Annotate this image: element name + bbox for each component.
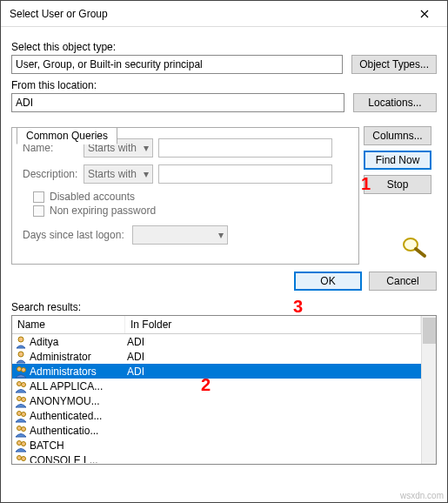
result-name: ALL APPLICA... xyxy=(30,380,125,392)
result-folder: ADI xyxy=(125,366,421,378)
cancel-button[interactable]: Cancel xyxy=(369,272,437,291)
svg-point-11 xyxy=(22,412,26,416)
result-name: Administrators xyxy=(30,366,125,378)
days-since-logon-dropdown[interactable]: ▾ xyxy=(132,225,228,245)
group-icon xyxy=(14,409,28,423)
group-icon xyxy=(14,379,28,393)
location-input[interactable] xyxy=(11,93,344,112)
group-icon xyxy=(14,439,28,453)
result-name: Authenticatio... xyxy=(30,425,125,437)
svg-point-14 xyxy=(17,440,22,445)
search-results-label: Search results: xyxy=(11,301,437,313)
svg-point-2 xyxy=(18,337,23,342)
scrollbar-thumb[interactable] xyxy=(423,318,436,344)
user-icon xyxy=(14,350,28,364)
results-scrollbar[interactable] xyxy=(421,316,436,464)
ok-button[interactable]: OK xyxy=(294,272,362,291)
result-name: Aditya xyxy=(30,336,125,348)
tab-common-queries[interactable]: Common Queries xyxy=(17,127,117,144)
object-types-button[interactable]: Object Types... xyxy=(351,55,437,74)
close-button[interactable] xyxy=(405,2,444,26)
close-icon xyxy=(420,10,429,18)
result-row[interactable]: AdministratorsADI xyxy=(12,364,421,379)
result-name: CONSOLE L... xyxy=(30,454,125,464)
svg-point-4 xyxy=(17,366,22,371)
svg-point-12 xyxy=(17,426,22,430)
locations-button[interactable]: Locations... xyxy=(353,93,437,112)
location-label: From this location: xyxy=(11,79,437,91)
user-icon xyxy=(14,335,28,349)
svg-point-9 xyxy=(22,397,26,401)
result-row[interactable]: ALL APPLICA... xyxy=(12,379,421,393)
svg-point-17 xyxy=(22,456,26,460)
result-row[interactable]: AdityaADI xyxy=(12,334,421,349)
svg-line-1 xyxy=(416,249,425,256)
svg-point-7 xyxy=(22,382,26,386)
group-icon xyxy=(14,394,28,408)
checkbox-icon xyxy=(33,191,44,203)
result-folder: ADI xyxy=(125,336,421,348)
search-results-list: Name In Folder AdityaADIAdministratorADI… xyxy=(11,315,437,465)
watermark: wsxdn.com xyxy=(400,491,444,500)
column-folder[interactable]: In Folder xyxy=(125,316,421,333)
object-type-label: Select this object type: xyxy=(11,41,437,53)
result-row[interactable]: CONSOLE L... xyxy=(12,453,421,463)
group-icon xyxy=(14,424,28,438)
columns-button[interactable]: Columns... xyxy=(364,126,431,145)
chevron-down-icon: ▾ xyxy=(218,229,224,241)
non-expiring-password-checkbox[interactable]: Non expiring password xyxy=(33,205,343,217)
column-name[interactable]: Name xyxy=(12,316,125,333)
result-row[interactable]: ANONYMOU... xyxy=(12,393,421,408)
result-row[interactable]: AdministratorADI xyxy=(12,349,421,364)
title-bar: Select User or Group xyxy=(1,1,447,27)
svg-point-15 xyxy=(22,441,26,446)
result-row[interactable]: BATCH xyxy=(12,438,421,453)
svg-point-6 xyxy=(17,381,22,386)
find-now-button[interactable]: Find Now xyxy=(364,151,431,170)
result-name: BATCH xyxy=(30,439,125,452)
result-folder: ADI xyxy=(125,351,421,363)
description-filter-label: Description: xyxy=(23,168,78,180)
svg-point-5 xyxy=(22,367,26,372)
result-name: Authenticated... xyxy=(30,410,125,422)
object-type-input[interactable] xyxy=(11,55,343,74)
svg-point-3 xyxy=(18,352,23,357)
chevron-down-icon: ▾ xyxy=(144,142,149,154)
checkbox-icon xyxy=(33,205,44,217)
result-row[interactable]: Authenticated... xyxy=(12,408,421,423)
result-name: ANONYMOU... xyxy=(30,395,125,407)
result-name: Administrator xyxy=(30,351,125,363)
svg-point-10 xyxy=(17,411,22,415)
svg-point-16 xyxy=(17,455,22,459)
result-row[interactable]: Authenticatio... xyxy=(12,423,421,438)
name-filter-input[interactable] xyxy=(158,138,332,158)
disabled-accounts-checkbox[interactable]: Disabled accounts xyxy=(33,191,343,203)
common-queries-group: Common Queries Name: Starts with ▾ Descr… xyxy=(11,127,359,265)
stop-button[interactable]: Stop xyxy=(364,175,431,194)
svg-point-8 xyxy=(17,396,22,400)
window-title: Select User or Group xyxy=(10,8,405,20)
svg-point-13 xyxy=(22,426,26,431)
days-since-logon-label: Days since last logon: xyxy=(23,229,127,241)
chevron-down-icon: ▾ xyxy=(144,168,149,180)
description-mode-dropdown[interactable]: Starts with ▾ xyxy=(84,164,153,184)
search-icon xyxy=(398,234,430,258)
group-icon xyxy=(14,365,28,379)
group-icon xyxy=(14,453,28,464)
results-header: Name In Folder xyxy=(12,316,421,334)
description-filter-input[interactable] xyxy=(158,164,332,184)
